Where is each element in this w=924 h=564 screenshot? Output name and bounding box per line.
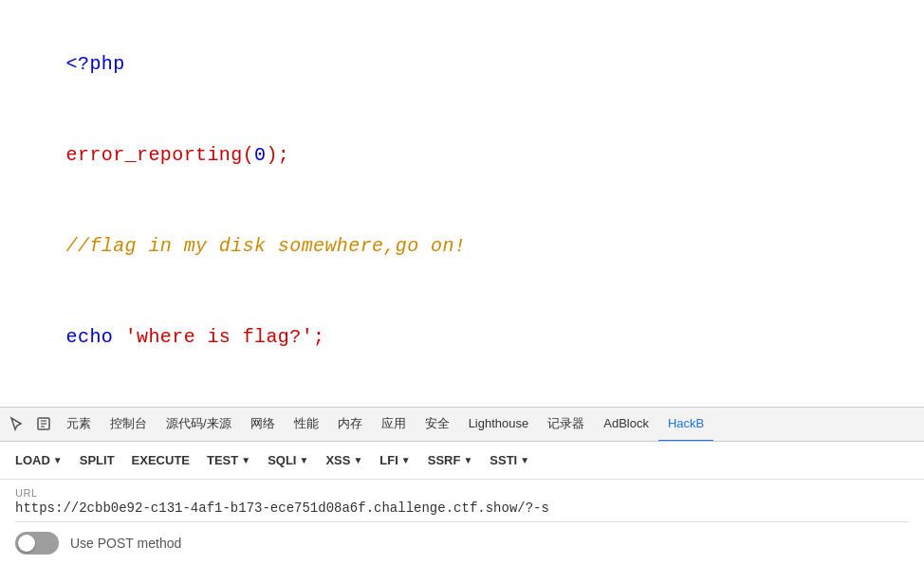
post-section: Use POST method bbox=[0, 522, 924, 564]
tab-sources[interactable]: 源代码/来源 bbox=[157, 408, 241, 442]
url-section: URL https://2cbb0e92-c131-4af1-b173-ece7… bbox=[0, 480, 924, 522]
string-literal: 'where is flag?' bbox=[125, 326, 313, 348]
code-line-1: <?php bbox=[19, 19, 905, 110]
code-line-2: error_reporting(0); bbox=[19, 110, 905, 201]
func-name: error_reporting bbox=[66, 144, 243, 166]
devtools-panel: 元素 控制台 源代码/来源 网络 性能 内存 应用 安全 Lighthouse … bbox=[0, 407, 924, 564]
split-button[interactable]: SPLIT bbox=[72, 449, 122, 471]
ssrf-button[interactable]: SSRF ▼ bbox=[420, 449, 481, 471]
post-toggle[interactable] bbox=[15, 532, 59, 555]
code-display: <?php error_reporting(0); //flag in my d… bbox=[0, 0, 924, 407]
tab-adblock[interactable]: AdBlock bbox=[594, 408, 658, 442]
test-button[interactable]: TEST ▼ bbox=[199, 449, 258, 471]
tab-recorder[interactable]: 记录器 bbox=[538, 408, 594, 442]
hackbar-toolbar: LOAD ▼ SPLIT EXECUTE TEST ▼ SQLI ▼ XSS ▼… bbox=[0, 442, 924, 480]
sqli-button[interactable]: SQLI ▼ bbox=[260, 449, 316, 471]
url-label: URL bbox=[15, 487, 909, 499]
tab-lighthouse[interactable]: Lighthouse bbox=[459, 408, 539, 442]
tab-hackbar[interactable]: HackB bbox=[658, 408, 713, 442]
devtools-tab-bar: 元素 控制台 源代码/来源 网络 性能 内存 应用 安全 Lighthouse … bbox=[0, 408, 924, 442]
tab-performance[interactable]: 性能 bbox=[285, 408, 328, 442]
tab-network[interactable]: 网络 bbox=[241, 408, 285, 442]
xss-button[interactable]: XSS ▼ bbox=[318, 449, 370, 471]
test-arrow: ▼ bbox=[241, 455, 250, 465]
tab-console[interactable]: 控制台 bbox=[101, 408, 157, 442]
ssrf-arrow: ▼ bbox=[463, 455, 472, 465]
code-comment: //flag in my disk somewhere,go on! bbox=[66, 235, 467, 257]
echo-keyword: echo bbox=[66, 326, 114, 348]
load-button[interactable]: LOAD ▼ bbox=[8, 449, 70, 471]
url-value[interactable]: https://2cbb0e92-c131-4af1-b173-ece751d0… bbox=[15, 500, 909, 522]
tab-security[interactable]: 安全 bbox=[416, 408, 459, 442]
lfi-arrow: ▼ bbox=[401, 455, 411, 465]
ssti-button[interactable]: SSTI ▼ bbox=[482, 449, 537, 471]
sqli-arrow: ▼ bbox=[299, 455, 308, 465]
lfi-button[interactable]: LFI ▼ bbox=[372, 449, 417, 471]
code-line-5: ?> bbox=[19, 383, 905, 407]
tab-elements[interactable]: 元素 bbox=[57, 408, 101, 442]
code-line-3: //flag in my disk somewhere,go on! bbox=[19, 201, 905, 292]
post-label: Use POST method bbox=[70, 536, 181, 551]
cursor-icon[interactable] bbox=[4, 408, 30, 442]
ssti-arrow: ▼ bbox=[520, 455, 529, 465]
execute-button[interactable]: EXECUTE bbox=[124, 449, 197, 471]
inspect-icon[interactable] bbox=[30, 408, 57, 442]
code-line-4: echo 'where is flag?'; bbox=[19, 292, 905, 383]
load-arrow: ▼ bbox=[53, 455, 63, 465]
php-open-tag: <?php bbox=[66, 53, 125, 75]
toggle-thumb bbox=[18, 535, 35, 552]
tab-application[interactable]: 应用 bbox=[372, 408, 416, 442]
xss-arrow: ▼ bbox=[353, 455, 362, 465]
tab-memory[interactable]: 内存 bbox=[328, 408, 372, 442]
